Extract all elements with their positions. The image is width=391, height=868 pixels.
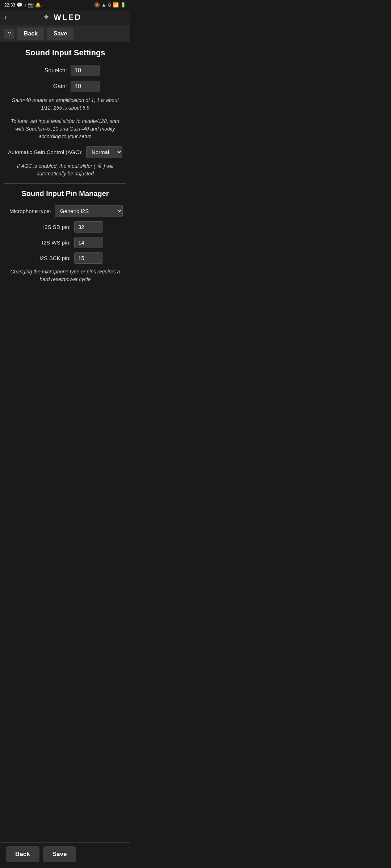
i2s-sd-label: I2S SD pin: [27,224,71,230]
squelch-row: Squelch: [4,65,126,76]
notification-icon: 🔔 [35,2,41,8]
agc-select[interactable]: Off Normal High [86,146,122,158]
squelch-input[interactable] [71,65,100,76]
question-button[interactable]: ? [4,29,14,39]
app-logo: ✦ WLED [43,13,81,22]
gain-info-text: Gain=40 means an amplification of 1; 1 i… [4,97,126,112]
mic-type-row: Microphone type: Generic I2S SPH0645 ES7… [4,205,126,217]
signal-icon: 📶 [113,2,119,8]
sub-nav: ? Back Save [0,25,130,42]
location-icon: ⊙ [108,2,112,8]
main-content: Sound Input Settings Squelch: Gain: Gain… [0,42,130,325]
warning-text: Changing the microphone type or pins req… [4,268,126,283]
gain-label: Gain: [31,83,67,90]
status-bar: 22:33 💬 ♪ 📷 🔔 · 🔕 ▲ ⊙ 📶 🔋 [0,0,130,10]
sound-input-settings-title: Sound Input Settings [4,48,126,58]
logo-symbol: ✦ [43,13,50,22]
top-back-button[interactable]: ‹ [4,13,7,22]
logo-text: WLED [54,13,81,22]
i2s-ws-input[interactable] [74,237,103,248]
agc-label: Automatic Gain Control (AGC): [8,149,83,155]
i2s-sd-row: I2S SD pin: [4,221,126,233]
tune-info-text: To tune, set input level slider to middl… [4,118,126,140]
agc-info-text: If AGC is enabled, the input slider ( 🎛 … [4,162,126,178]
gain-row: Gain: [4,81,126,92]
status-time: 22:33 [4,3,15,8]
whatsapp-icon: 💬 [17,2,22,8]
i2s-ws-label: I2S WS pin: [27,239,71,246]
i2s-sck-row: I2S SCK pin: [4,252,126,264]
i2s-ws-row: I2S WS pin: [4,237,126,248]
i2s-sck-input[interactable] [74,252,103,264]
i2s-sck-label: I2S SCK pin: [27,255,71,261]
mic-type-select[interactable]: Generic I2S SPH0645 ES7243 PDM Generic I… [55,205,123,217]
sub-save-button[interactable]: Save [47,27,73,40]
wifi-icon: ▲ [101,2,106,8]
mute-icon: 🔕 [94,2,100,8]
gain-input[interactable] [71,81,100,92]
squelch-label: Squelch: [31,67,67,74]
tiktok-icon: ♪ [24,2,26,8]
instagram-icon: 📷 [28,2,34,8]
sub-back-button[interactable]: Back [17,27,44,40]
pin-manager-title: Sound Input Pin Manager [4,190,126,198]
mic-type-label: Microphone type: [8,208,51,214]
battery-icon: 🔋 [120,2,126,8]
section-divider [4,183,126,184]
i2s-sd-input[interactable] [74,221,103,233]
agc-row: Automatic Gain Control (AGC): Off Normal… [4,146,126,158]
dot-icon: · [42,3,43,8]
top-bar: ‹ ✦ WLED [0,10,130,25]
